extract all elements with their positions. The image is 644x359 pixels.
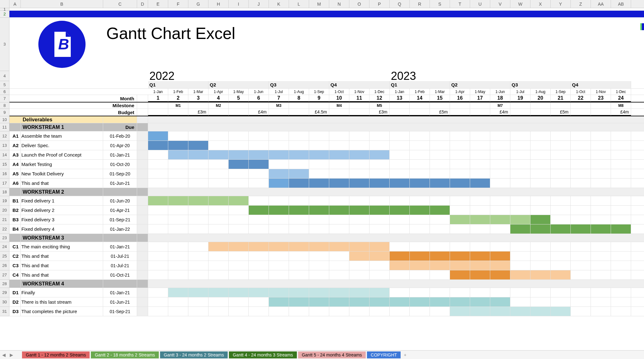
task-name: Market Testing (21, 160, 103, 169)
workstream-1: WORKSTREAM 1 (21, 123, 103, 131)
row-4[interactable]: 4 (0, 71, 9, 81)
task-name: Fixed delivery 3 (21, 215, 103, 224)
col-A[interactable]: A (9, 0, 21, 8)
tab-nav-prev[interactable]: ◀ (0, 351, 8, 359)
row-28[interactable]: 28 (0, 280, 9, 288)
spreadsheet-grid[interactable]: B Gantt Chart Excel 2022 2023 Q1Q2Q3Q4Q1… (9, 8, 644, 350)
row-5[interactable]: 5 (0, 81, 9, 89)
task-row[interactable]: B1Fixed delivery 101-Jun-20 (9, 196, 644, 206)
row-2[interactable]: 2 (0, 11, 9, 18)
sheet-tab-4[interactable]: Gantt 4 - 24 months 3 Streams (229, 351, 297, 358)
task-row[interactable]: C1The main exciting thing01-Jan-21 (9, 242, 644, 251)
row-9[interactable]: 9 (0, 109, 9, 116)
col-V[interactable]: V (490, 0, 510, 8)
col-X[interactable]: X (530, 0, 551, 8)
row-12[interactable]: 12 (0, 131, 9, 141)
row-29[interactable]: 29 (0, 288, 9, 297)
selection-handle[interactable] (640, 23, 644, 30)
tab-nav-next[interactable]: ▶ (8, 351, 15, 359)
sheet-tab-3[interactable]: Gantt 3 - 24 months 2 Streams (160, 351, 228, 358)
col-F[interactable]: F (168, 0, 188, 8)
task-row[interactable]: A1Assemble the team01-Feb-20 (9, 131, 644, 141)
row-3[interactable]: 3 (0, 18, 9, 71)
task-row[interactable]: B3Fixed delivery 301-Sep-21 (9, 215, 644, 224)
col-I[interactable]: I (229, 0, 249, 8)
col-W[interactable]: W (510, 0, 530, 8)
row-31[interactable]: 31 (0, 307, 9, 316)
col-K[interactable]: K (269, 0, 289, 8)
task-due: 01-Feb-20 (103, 131, 137, 141)
task-id: A1 (9, 131, 21, 141)
col-H[interactable]: H (208, 0, 229, 8)
row-14[interactable]: 14 (0, 150, 9, 160)
row-21[interactable]: 21 (0, 215, 9, 224)
row-16[interactable]: 16 (0, 169, 9, 179)
row-10[interactable]: 10 (0, 116, 9, 123)
row-24[interactable]: 24 (0, 242, 9, 251)
row-20[interactable]: 20 (0, 206, 9, 215)
sheet-tabs: ◀ ▶ Gantt 1 - 12 months 2 Streams Gantt … (0, 350, 644, 359)
col-Y[interactable]: Y (551, 0, 571, 8)
task-due: 01-Jun-21 (103, 179, 137, 188)
task-row[interactable]: A6This and that01-Jun-21 (9, 179, 644, 188)
row-25[interactable]: 25 (0, 251, 9, 261)
row-13[interactable]: 13 (0, 141, 9, 150)
task-row[interactable]: C4This and that01-Oct-21 (9, 270, 644, 280)
row-headers: 1 2 3 4 5 6 7 8 9 10 11 12 13 14 15 16 1… (0, 8, 9, 316)
task-due: 01-Jul-21 (103, 261, 137, 270)
col-T[interactable]: T (450, 0, 470, 8)
task-row[interactable]: B4Fixed delivery 401-Jan-22 (9, 224, 644, 234)
task-id: B4 (9, 224, 21, 234)
row-19[interactable]: 19 (0, 196, 9, 206)
row-27[interactable]: 27 (0, 270, 9, 280)
col-L[interactable]: L (289, 0, 309, 8)
sheet-tab-2[interactable]: Gantt 2 - 18 months 2 Streams (91, 351, 158, 358)
col-D[interactable]: D (137, 0, 148, 8)
task-row[interactable]: D3That completes the picture01-Sep-21 (9, 307, 644, 316)
row-8[interactable]: 8 (0, 102, 9, 109)
col-Z[interactable]: Z (571, 0, 591, 8)
row-6[interactable]: 6 (0, 89, 9, 95)
row-30[interactable]: 30 (0, 297, 9, 307)
col-AA[interactable]: AA (591, 0, 611, 8)
row-7[interactable]: 7 (0, 95, 9, 102)
row-22[interactable]: 22 (0, 224, 9, 234)
task-row[interactable]: D2There is this last stream01-Jun-21 (9, 297, 644, 307)
task-id: B3 (9, 215, 21, 224)
task-row[interactable]: C3This and that01-Jul-21 (9, 261, 644, 270)
task-row[interactable]: C2This and that01-Jul-21 (9, 251, 644, 261)
sheet-tab-1[interactable]: Gantt 1 - 12 months 2 Streams (22, 351, 90, 358)
col-P[interactable]: P (369, 0, 390, 8)
col-S[interactable]: S (430, 0, 450, 8)
task-row[interactable]: A4Market Testing01-Oct-20 (9, 160, 644, 169)
col-N[interactable]: N (329, 0, 349, 8)
task-row[interactable]: A2Deliver Spec.01-Apr-20 (9, 141, 644, 150)
col-C[interactable]: C (103, 0, 137, 8)
task-row[interactable]: D1Finally01-Jan-21 (9, 288, 644, 297)
row-15[interactable]: 15 (0, 160, 9, 169)
task-row[interactable]: B2Fixed delivery 201-Apr-21 (9, 206, 644, 215)
col-Q[interactable]: Q (390, 0, 410, 8)
col-U[interactable]: U (470, 0, 490, 8)
task-row[interactable]: A3Launch the Proof of Concept01-Jan-21 (9, 150, 644, 160)
row-11[interactable]: 11 (0, 123, 9, 131)
row-1[interactable]: 1 (0, 8, 9, 11)
col-J[interactable]: J (249, 0, 269, 8)
col-AB[interactable]: AB (611, 0, 631, 8)
task-row[interactable]: A5New Toolkit Delivery01-Sep-20 (9, 169, 644, 179)
row-23[interactable]: 23 (0, 234, 9, 242)
sheet-tab-6[interactable]: COPYRIGHT (367, 351, 401, 358)
col-R[interactable]: R (410, 0, 430, 8)
sheet-tab-5[interactable]: Gantt 5 - 24 months 4 Streams (298, 351, 366, 358)
row-17[interactable]: 17 (0, 179, 9, 188)
task-id: D3 (9, 307, 21, 316)
row-26[interactable]: 26 (0, 261, 9, 270)
col-G[interactable]: G (188, 0, 208, 8)
col-E[interactable]: E (148, 0, 168, 8)
col-O[interactable]: O (349, 0, 369, 8)
col-M[interactable]: M (309, 0, 329, 8)
task-due: 01-Jun-21 (103, 297, 137, 307)
add-sheet-button[interactable]: + (401, 351, 409, 359)
row-18[interactable]: 18 (0, 188, 9, 196)
col-B[interactable]: B (21, 0, 103, 8)
